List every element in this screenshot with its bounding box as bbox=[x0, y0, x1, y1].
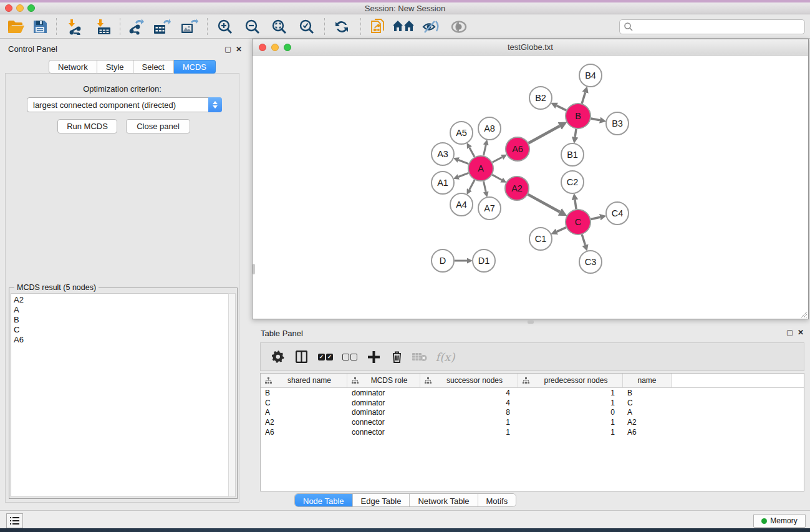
table-row[interactable]: Adominator80A bbox=[261, 407, 804, 417]
tab-network[interactable]: Network bbox=[49, 60, 97, 74]
table-cell[interactable]: 1 bbox=[518, 398, 623, 408]
mcds-result-item[interactable]: A bbox=[14, 305, 229, 315]
network-snapshot-icon[interactable] bbox=[367, 16, 390, 37]
delete-column-icon[interactable] bbox=[385, 346, 408, 367]
save-session-icon[interactable] bbox=[29, 16, 51, 37]
edge-C-C4[interactable] bbox=[591, 217, 600, 219]
edge-B-B4[interactable] bbox=[582, 92, 585, 104]
table-row[interactable]: A6connector11A6 bbox=[261, 427, 804, 437]
search-field[interactable] bbox=[619, 19, 805, 34]
table-cell[interactable]: C bbox=[623, 398, 672, 408]
show-hidden-icon[interactable] bbox=[448, 16, 470, 37]
node-C3[interactable]: C3 bbox=[579, 251, 602, 273]
tab-style[interactable]: Style bbox=[97, 60, 133, 74]
edge-B-B2[interactable] bbox=[557, 105, 566, 110]
edge-A-A3[interactable] bbox=[458, 160, 468, 164]
tab-select[interactable]: Select bbox=[133, 60, 174, 74]
table-row[interactable]: Bdominator41B bbox=[261, 388, 804, 398]
edge-A-A1[interactable] bbox=[458, 173, 468, 177]
select-all-icon[interactable]: ✓✓ bbox=[313, 346, 338, 367]
run-mcds-button[interactable]: Run MCDS bbox=[57, 119, 117, 133]
node-B2[interactable]: B2 bbox=[529, 87, 552, 109]
edge-B-B3[interactable] bbox=[591, 118, 600, 120]
edge-A2-C[interactable] bbox=[528, 195, 560, 212]
column-visibility-icon[interactable] bbox=[289, 346, 313, 367]
network-window-titlebar[interactable]: testGlobe.txt bbox=[253, 39, 808, 56]
network-zoom-icon[interactable] bbox=[284, 44, 291, 51]
node-C[interactable]: C bbox=[566, 210, 591, 235]
table-panel-close-icon[interactable]: ✕ bbox=[798, 328, 804, 337]
task-history-button[interactable] bbox=[6, 513, 23, 528]
edge-A-A4[interactable] bbox=[470, 180, 475, 190]
delete-table-icon[interactable] bbox=[408, 346, 432, 367]
node-table[interactable]: shared nameMCDS rolesuccessor nodesprede… bbox=[260, 373, 804, 491]
table-cell[interactable]: 4 bbox=[420, 388, 518, 398]
mcds-result-scrollbar[interactable] bbox=[228, 293, 236, 497]
edge-B-B1[interactable] bbox=[575, 129, 576, 137]
column-header-shared-name[interactable]: shared name bbox=[261, 374, 347, 387]
tab-motifs[interactable]: Motifs bbox=[478, 494, 516, 507]
table-cell[interactable]: 8 bbox=[420, 407, 518, 417]
edge-C-C1[interactable] bbox=[557, 228, 566, 232]
table-cell[interactable]: 0 bbox=[518, 407, 623, 417]
node-B3[interactable]: B3 bbox=[606, 112, 629, 135]
table-settings-gear-icon[interactable] bbox=[267, 346, 289, 367]
node-A1[interactable]: A1 bbox=[432, 172, 454, 194]
mcds-result-item[interactable]: A6 bbox=[14, 335, 229, 345]
deselect-all-icon[interactable] bbox=[338, 346, 362, 367]
network-graph[interactable]: AA1A2A3A4A5A6A7A8BB1B2B3B4CC1C2C3C4DD1 bbox=[253, 56, 808, 319]
zoom-fit-icon[interactable] bbox=[268, 16, 291, 37]
refresh-icon[interactable] bbox=[330, 16, 353, 37]
table-cell[interactable]: A bbox=[261, 407, 347, 417]
window-resize-grip[interactable] bbox=[800, 311, 808, 318]
mcds-result-item[interactable]: B bbox=[14, 315, 229, 325]
export-table-icon[interactable] bbox=[151, 16, 173, 37]
table-cell[interactable]: dominator bbox=[347, 388, 420, 398]
edge-A-A2[interactable] bbox=[492, 175, 501, 180]
export-network-icon[interactable] bbox=[125, 16, 147, 37]
node-A7[interactable]: A7 bbox=[478, 197, 501, 220]
table-row[interactable]: Cdominator41C bbox=[261, 398, 804, 408]
zoom-selected-icon[interactable] bbox=[296, 16, 318, 37]
column-header-successor-nodes[interactable]: successor nodes bbox=[420, 374, 518, 387]
edge-A6-B[interactable] bbox=[529, 126, 560, 143]
close-panel-button[interactable]: Close panel bbox=[126, 119, 190, 133]
node-A2[interactable]: A2 bbox=[505, 177, 529, 200]
add-column-icon[interactable] bbox=[362, 346, 385, 367]
mcds-result-list[interactable]: A2ABCA6 bbox=[11, 293, 229, 497]
zoom-out-icon[interactable] bbox=[241, 16, 264, 37]
node-A8[interactable]: A8 bbox=[478, 117, 501, 140]
import-network-icon[interactable] bbox=[64, 16, 86, 37]
control-panel-close-icon[interactable]: ✕ bbox=[236, 45, 242, 54]
zoom-window-icon[interactable] bbox=[27, 4, 35, 12]
import-table-icon[interactable] bbox=[92, 16, 115, 37]
export-image-icon[interactable] bbox=[178, 16, 201, 37]
edge-C-C2[interactable] bbox=[575, 200, 576, 209]
node-C4[interactable]: C4 bbox=[606, 202, 629, 225]
table-cell[interactable]: A6 bbox=[261, 427, 347, 437]
network-horizontal-scrollbar[interactable] bbox=[528, 320, 534, 324]
edge-A-A7[interactable] bbox=[483, 181, 486, 192]
mcds-result-item[interactable]: A2 bbox=[14, 295, 229, 305]
node-B[interactable]: B bbox=[566, 104, 591, 128]
table-cell[interactable]: dominator bbox=[347, 398, 420, 408]
tab-node-table[interactable]: Node Table bbox=[295, 494, 353, 507]
table-cell[interactable]: 1 bbox=[518, 388, 623, 398]
network-close-icon[interactable] bbox=[259, 44, 266, 51]
node-C1[interactable]: C1 bbox=[529, 228, 552, 250]
memory-button[interactable]: Memory bbox=[753, 514, 806, 528]
edge-C-C3[interactable] bbox=[582, 235, 585, 245]
function-builder-icon[interactable]: f(x) bbox=[432, 346, 459, 367]
node-A4[interactable]: A4 bbox=[450, 193, 473, 216]
zoom-in-icon[interactable] bbox=[214, 16, 236, 37]
table-cell[interactable]: A2 bbox=[623, 417, 672, 427]
table-cell[interactable]: C bbox=[261, 398, 347, 408]
criterion-dropdown[interactable]: largest connected component (directed) bbox=[27, 97, 222, 112]
node-A[interactable]: A bbox=[468, 156, 493, 181]
open-session-icon[interactable] bbox=[5, 16, 27, 37]
column-header-name[interactable]: name bbox=[623, 374, 672, 387]
node-D1[interactable]: D1 bbox=[473, 249, 495, 272]
hide-visual-icon[interactable] bbox=[420, 16, 442, 37]
node-C2[interactable]: C2 bbox=[561, 171, 584, 193]
table-cell[interactable]: connector bbox=[347, 417, 420, 427]
